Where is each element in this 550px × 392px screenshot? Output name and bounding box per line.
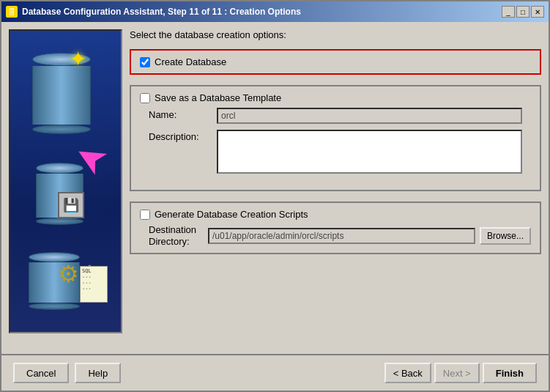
title-bar: 🗄 Database Configuration Assistant, Step… <box>1 1 549 22</box>
image-panel: ✦ ➤ 💾 <box>9 29 122 333</box>
main-panel: ✦ ➤ 💾 <box>1 22 549 354</box>
create-database-label: Create Database <box>155 56 226 67</box>
browse-button[interactable]: Browse... <box>480 227 531 245</box>
instruction-text: Select the database creation options: <box>130 29 541 40</box>
create-database-option-box: Create Database <box>130 49 541 75</box>
description-label: Description: <box>149 130 211 142</box>
save-template-row: Save as a Database Template <box>140 92 531 103</box>
destination-row: Destination Directory: Browse... <box>140 224 531 247</box>
minimize-button[interactable]: _ <box>502 6 515 18</box>
cyl-top-2 <box>36 163 83 174</box>
illustration-area: ✦ ➤ 💾 <box>18 38 114 325</box>
create-database-checkbox[interactable] <box>140 57 150 67</box>
create-database-row: Create Database <box>140 56 531 67</box>
title-buttons: _ □ ✕ <box>502 6 544 18</box>
close-button[interactable]: ✕ <box>531 6 544 18</box>
name-input[interactable] <box>217 108 522 124</box>
generate-scripts-label: Generate Database Creation Scripts <box>155 209 308 220</box>
form-panel: Select the database creation options: Cr… <box>130 29 541 347</box>
content-area: ✦ ➤ 💾 <box>1 22 549 391</box>
destination-label: Destination Directory: <box>149 224 204 247</box>
destination-input[interactable] <box>208 228 475 244</box>
footer-right-buttons: < Back Next > Finish <box>384 363 537 383</box>
finish-button[interactable]: Finish <box>483 363 537 383</box>
window-title: Database Configuration Assistant, Step 1… <box>22 7 301 17</box>
maximize-button[interactable]: □ <box>516 6 529 18</box>
save-template-option-box: Save as a Database Template Name: Descri… <box>130 85 541 191</box>
name-field-row: Name: <box>149 108 522 124</box>
help-button[interactable]: Help <box>75 363 121 383</box>
main-window: 🗄 Database Configuration Assistant, Step… <box>0 0 550 392</box>
star-burst-icon: ✦ <box>70 49 92 71</box>
cancel-button[interactable]: Cancel <box>13 363 69 383</box>
app-icon: 🗄 <box>6 6 18 18</box>
footer: Cancel Help < Back Next > Finish <box>1 354 549 391</box>
generate-scripts-row: Generate Database Creation Scripts <box>140 209 531 220</box>
sql-document-icon: SQL--------- <box>80 266 108 303</box>
next-button: Next > <box>434 363 480 383</box>
description-textarea[interactable] <box>217 130 522 174</box>
generate-scripts-checkbox[interactable] <box>140 210 150 220</box>
save-template-label: Save as a Database Template <box>155 92 281 103</box>
generate-scripts-box: Generate Database Creation Scripts Desti… <box>130 201 541 254</box>
title-bar-left: 🗄 Database Configuration Assistant, Step… <box>6 6 301 18</box>
template-sub-fields: Name: Description: <box>140 103 531 184</box>
cyl-bottom-3 <box>29 303 80 310</box>
cyl-bottom-2 <box>36 218 83 225</box>
cyl-body <box>32 66 91 125</box>
back-button[interactable]: < Back <box>384 363 431 383</box>
description-field-row: Description: <box>149 130 522 174</box>
footer-left-buttons: Cancel Help <box>13 363 121 383</box>
save-template-checkbox[interactable] <box>140 93 150 103</box>
name-label: Name: <box>149 108 211 120</box>
floppy-icon: 💾 <box>58 192 84 218</box>
cyl-bottom <box>32 125 91 134</box>
